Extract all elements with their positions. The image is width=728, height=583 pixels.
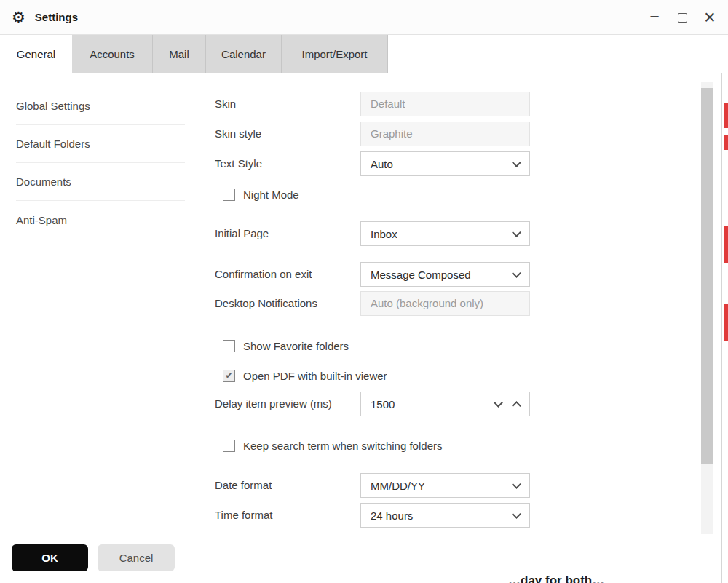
time-format-value: 24 hours — [371, 509, 413, 522]
chevron-down-icon — [512, 480, 521, 489]
sidebar-item-global-settings[interactable]: Global Settings — [16, 87, 185, 125]
text-style-label: Text Style — [215, 151, 262, 176]
tab-import-export[interactable]: Import/Export — [282, 35, 388, 73]
stepper-controls — [495, 399, 520, 409]
gear-icon: ⚙ — [12, 9, 25, 25]
desktop-notifications-label: Desktop Notifications — [215, 291, 317, 316]
open-pdf-viewer-row[interactable]: Open PDF with built-in viewer — [223, 369, 387, 382]
window-title: Settings — [35, 11, 78, 23]
skin-input: Default — [360, 92, 530, 116]
background-partial-text: …day for both… — [508, 574, 719, 583]
open-pdf-viewer-checkbox[interactable] — [223, 370, 235, 382]
show-favorite-folders-label: Show Favorite folders — [243, 340, 349, 352]
keep-search-term-row[interactable]: Keep search term when switching folders — [223, 439, 442, 452]
close-button[interactable]: × — [696, 4, 724, 31]
sidebar-item-anti-spam[interactable]: Anti-Spam — [16, 201, 185, 239]
red-mark — [724, 304, 728, 341]
delay-item-preview-stepper[interactable]: 1500 — [360, 392, 530, 416]
keep-search-term-label: Keep search term when switching folders — [243, 440, 442, 452]
settings-window: ⚙ Settings – × General Accounts Mail Cal… — [0, 0, 728, 583]
show-favorite-folders-checkbox[interactable] — [223, 340, 235, 352]
chevron-down-icon — [512, 509, 521, 519]
title-bar: ⚙ Settings – × — [0, 0, 728, 35]
delay-item-preview-label: Delay item preview (ms) — [215, 392, 332, 416]
background-window-edge — [721, 73, 728, 583]
scrollbar-track[interactable] — [701, 82, 713, 535]
chevron-up-icon[interactable] — [512, 401, 521, 411]
tab-mail[interactable]: Mail — [153, 35, 206, 73]
minimize-button[interactable]: – — [641, 4, 668, 31]
tab-accounts[interactable]: Accounts — [72, 35, 153, 73]
ok-button[interactable]: OK — [12, 544, 88, 571]
confirmation-on-exit-select[interactable]: Message Composed — [360, 262, 530, 287]
open-pdf-viewer-label: Open PDF with built-in viewer — [243, 370, 387, 382]
tab-calendar[interactable]: Calendar — [206, 35, 282, 73]
night-mode-checkbox[interactable] — [223, 189, 235, 201]
time-format-select[interactable]: 24 hours — [360, 503, 530, 528]
desktop-notifications-input: Auto (background only) — [360, 291, 530, 316]
confirmation-on-exit-value: Message Composed — [371, 269, 471, 281]
sidebar-item-documents[interactable]: Documents — [16, 163, 185, 201]
time-format-label: Time format — [215, 503, 272, 528]
delay-item-preview-value: 1500 — [371, 398, 395, 411]
date-format-label: Date format — [215, 473, 272, 498]
dialog-footer: OK Cancel — [0, 534, 721, 575]
confirmation-on-exit-label: Confirmation on exit — [215, 262, 312, 287]
scrollbar-thumb[interactable] — [701, 88, 713, 464]
sidebar-item-default-folders[interactable]: Default Folders — [16, 125, 185, 163]
maximize-button[interactable] — [668, 4, 696, 31]
date-format-select[interactable]: MM/DD/YY — [360, 473, 530, 498]
maximize-icon — [678, 13, 687, 23]
night-mode-label: Night Mode — [243, 189, 299, 201]
cancel-button[interactable]: Cancel — [98, 544, 175, 571]
date-format-value: MM/DD/YY — [371, 480, 425, 492]
red-mark — [724, 135, 728, 150]
tab-bar: General Accounts Mail Calendar Import/Ex… — [0, 35, 728, 73]
settings-sidebar: Global Settings Default Folders Document… — [0, 73, 202, 239]
window-controls: – × — [641, 0, 724, 35]
skin-label: Skin — [215, 92, 236, 116]
chevron-down-icon — [512, 269, 521, 278]
initial-page-value: Inbox — [371, 228, 397, 240]
chevron-down-icon[interactable] — [494, 398, 503, 408]
keep-search-term-checkbox[interactable] — [223, 440, 235, 452]
tab-general[interactable]: General — [0, 35, 72, 73]
chevron-down-icon — [512, 228, 521, 237]
text-style-value: Auto — [371, 158, 393, 170]
initial-page-select[interactable]: Inbox — [360, 221, 530, 246]
initial-page-label: Initial Page — [215, 221, 269, 246]
skin-style-label: Skin style — [215, 122, 261, 146]
show-favorite-folders-row[interactable]: Show Favorite folders — [223, 339, 349, 352]
text-style-select[interactable]: Auto — [360, 151, 530, 176]
red-mark — [724, 103, 728, 128]
night-mode-row[interactable]: Night Mode — [223, 188, 299, 201]
skin-style-input: Graphite — [360, 122, 530, 146]
red-mark — [724, 226, 728, 263]
chevron-down-icon — [512, 158, 521, 167]
